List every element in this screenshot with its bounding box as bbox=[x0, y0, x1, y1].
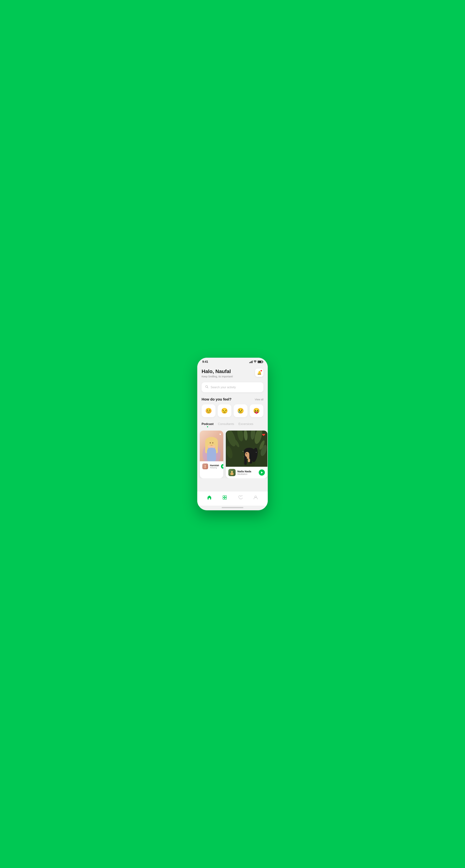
mood-card-sad[interactable]: 😢 bbox=[234, 404, 248, 417]
svg-point-28 bbox=[246, 453, 247, 454]
podcast-thumb-naila bbox=[228, 469, 236, 476]
greeting-section: Halo, Naufal Keep Smilling, its importan… bbox=[202, 369, 233, 378]
content-tabs: Podcast Consultants Excersices bbox=[202, 422, 264, 427]
home-indicator bbox=[222, 507, 243, 508]
grid-icon bbox=[222, 495, 227, 500]
podcast-list: ♥ Hamidah Relaxing bbox=[197, 431, 268, 478]
podcast-info-naila: Naila Nada Meditation bbox=[226, 467, 268, 478]
mood-section-title: How do you feel? bbox=[202, 397, 231, 401]
notification-dot bbox=[260, 370, 262, 371]
notification-button[interactable]: 🔔 bbox=[255, 369, 264, 377]
podcast-thumb-hamidah bbox=[202, 463, 208, 469]
tab-exercises[interactable]: Excersices bbox=[239, 422, 253, 427]
mood-card-happy[interactable]: 😊 bbox=[202, 404, 216, 417]
main-content: Halo, Naufal Keep Smilling, its importan… bbox=[197, 365, 268, 491]
bottom-navigation bbox=[197, 491, 268, 506]
podcast-card-naila[interactable]: ❤ Naila Nada Meditation bbox=[226, 431, 268, 478]
nav-profile[interactable] bbox=[250, 494, 261, 500]
mood-card-tongue[interactable]: 😝 bbox=[250, 404, 264, 417]
wifi-icon bbox=[254, 361, 256, 364]
svg-point-27 bbox=[245, 452, 249, 457]
svg-rect-32 bbox=[248, 459, 250, 462]
search-icon bbox=[205, 385, 209, 389]
mood-card-suspicious[interactable]: 😒 bbox=[218, 404, 231, 417]
svg-point-9 bbox=[205, 465, 206, 467]
like-icon-hamidah: ♥ bbox=[219, 433, 221, 436]
podcast-name-naila: Naila Nada bbox=[237, 470, 257, 473]
happy-emoji: 😊 bbox=[205, 408, 212, 414]
mood-section-header: How do you feel? View all bbox=[202, 397, 264, 401]
svg-point-30 bbox=[244, 457, 244, 457]
status-time: 9:41 bbox=[202, 360, 208, 364]
mood-grid: 😊 😒 😢 😝 bbox=[202, 404, 264, 417]
play-button-naila[interactable] bbox=[259, 469, 265, 475]
sad-emoji: 😢 bbox=[237, 408, 244, 414]
nav-grid[interactable] bbox=[219, 494, 230, 500]
tab-consultants[interactable]: Consultants bbox=[218, 422, 234, 427]
svg-rect-54 bbox=[225, 498, 226, 499]
svg-rect-52 bbox=[225, 496, 226, 497]
nav-home[interactable] bbox=[204, 494, 215, 500]
battery-icon bbox=[258, 361, 263, 363]
podcast-card-hamidah[interactable]: ♥ Hamidah Relaxing bbox=[200, 431, 223, 478]
podcast-name-hamidah: Hamidah bbox=[210, 464, 219, 467]
svg-rect-34 bbox=[230, 473, 234, 475]
svg-rect-50 bbox=[209, 498, 210, 499]
podcast-category-naila: Meditation bbox=[237, 473, 257, 475]
svg-rect-51 bbox=[223, 496, 224, 497]
view-all-button[interactable]: View all bbox=[255, 398, 264, 401]
search-placeholder: Search your activity bbox=[211, 386, 236, 389]
suspicious-emoji: 😒 bbox=[221, 408, 228, 414]
phone-frame: 9:41 Halo, Naufal Keep Smilling bbox=[197, 358, 268, 510]
svg-point-7 bbox=[210, 442, 211, 443]
active-tab-indicator bbox=[207, 426, 208, 427]
svg-point-8 bbox=[212, 442, 213, 443]
heart-icon bbox=[238, 495, 243, 500]
greeting-subtitle: Keep Smilling, its important! bbox=[202, 375, 233, 378]
tab-podcast[interactable]: Podcast bbox=[202, 422, 214, 427]
nav-favorites[interactable] bbox=[235, 494, 246, 500]
play-button-hamidah[interactable] bbox=[221, 464, 223, 469]
svg-point-33 bbox=[231, 471, 233, 473]
like-icon-naila: ❤ bbox=[262, 433, 265, 437]
home-icon bbox=[207, 495, 212, 500]
header: Halo, Naufal Keep Smilling, its importan… bbox=[202, 369, 264, 378]
greeting-title: Halo, Naufal bbox=[202, 369, 233, 374]
svg-point-31 bbox=[256, 452, 256, 453]
search-bar[interactable]: Search your activity bbox=[202, 382, 264, 392]
podcast-info-hamidah: Hamidah Relaxing bbox=[200, 461, 223, 471]
signal-icon bbox=[249, 361, 253, 363]
status-bar: 9:41 bbox=[197, 358, 268, 365]
svg-point-29 bbox=[243, 451, 243, 452]
svg-rect-53 bbox=[223, 498, 224, 499]
status-icons bbox=[249, 361, 263, 364]
svg-point-10 bbox=[204, 467, 206, 468]
podcast-category-hamidah: Relaxing bbox=[210, 467, 219, 469]
person-icon bbox=[253, 495, 258, 500]
svg-rect-6 bbox=[207, 448, 216, 461]
tongue-emoji: 😝 bbox=[253, 408, 260, 414]
